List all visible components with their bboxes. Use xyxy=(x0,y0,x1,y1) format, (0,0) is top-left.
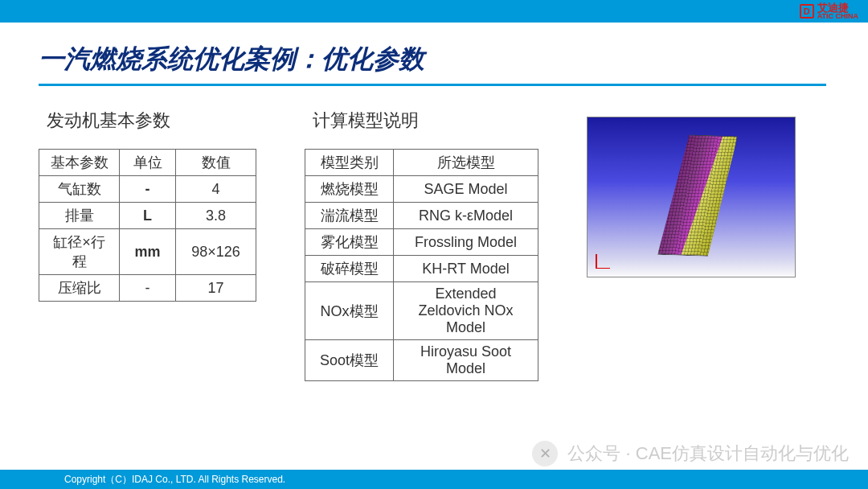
brand-mark-icon: D xyxy=(800,4,814,18)
table-cell: 雾化模型 xyxy=(305,229,394,256)
table-header-row: 基本参数 单位 数值 xyxy=(39,150,256,176)
table-cell: Extended Zeldovich NOx Model xyxy=(394,282,538,340)
table-row: 缸径×行程 mm 98×126 xyxy=(39,229,256,275)
table-cell: RNG k-εModel xyxy=(394,203,538,229)
model-heading: 计算模型说明 xyxy=(305,109,538,133)
page-title: 一汽燃烧系统优化案例：优化参数 xyxy=(0,23,868,84)
axis-gizmo-icon xyxy=(596,253,612,269)
table-cell: 4 xyxy=(176,176,256,203)
table-cell: 破碎模型 xyxy=(305,256,394,282)
table-cell: 17 xyxy=(176,275,256,302)
engine-params-section: 发动机基本参数 基本参数 单位 数值 气缸数 - 4 排量 L 3.8 缸径×行… xyxy=(39,109,256,381)
table-header-cell: 数值 xyxy=(176,150,256,176)
table-cell: 98×126 xyxy=(176,229,256,275)
model-section: 计算模型说明 模型类别 所选模型 燃烧模型 SAGE Model 湍流模型 RN… xyxy=(305,109,538,381)
table-cell: - xyxy=(120,176,176,203)
table-cell: 压缩比 xyxy=(39,275,120,302)
table-header-cell: 所选模型 xyxy=(394,150,538,176)
table-row: 燃烧模型 SAGE Model xyxy=(305,176,538,203)
footer-bar: Copyright（C）IDAJ Co., LTD. All Rights Re… xyxy=(0,470,868,489)
table-row: 湍流模型 RNG k-εModel xyxy=(305,203,538,229)
table-row: Soot模型 Hiroyasu Soot Model xyxy=(305,340,538,381)
model-table: 模型类别 所选模型 燃烧模型 SAGE Model 湍流模型 RNG k-εMo… xyxy=(305,149,538,381)
content-area: 发动机基本参数 基本参数 单位 数值 气缸数 - 4 排量 L 3.8 缸径×行… xyxy=(0,86,868,381)
table-cell: Hiroyasu Soot Model xyxy=(394,340,538,381)
engine-params-heading: 发动机基本参数 xyxy=(39,109,256,133)
table-row: 破碎模型 KH-RT Model xyxy=(305,256,538,282)
table-header-cell: 模型类别 xyxy=(305,150,394,176)
wechat-icon: ✕ xyxy=(532,441,558,466)
table-row: 压缩比 - 17 xyxy=(39,275,256,302)
table-header-cell: 单位 xyxy=(120,150,176,176)
table-cell: 燃烧模型 xyxy=(305,176,394,203)
top-bar: D 艾迪捷 ATIC CHINA xyxy=(0,0,868,23)
mesh-geometry xyxy=(657,134,738,257)
table-cell: Frossling Model xyxy=(394,229,538,256)
table-row: NOx模型 Extended Zeldovich NOx Model xyxy=(305,282,538,340)
table-cell: - xyxy=(120,275,176,302)
table-header-row: 模型类别 所选模型 xyxy=(305,150,538,176)
table-cell: Soot模型 xyxy=(305,340,394,381)
brand-logo: D 艾迪捷 ATIC CHINA xyxy=(800,2,858,20)
table-cell: L xyxy=(120,203,176,229)
table-cell: 湍流模型 xyxy=(305,203,394,229)
engine-params-table: 基本参数 单位 数值 气缸数 - 4 排量 L 3.8 缸径×行程 mm 98×… xyxy=(39,149,256,302)
table-cell: NOx模型 xyxy=(305,282,394,340)
table-row: 排量 L 3.8 xyxy=(39,203,256,229)
table-header-cell: 基本参数 xyxy=(39,150,120,176)
table-cell: 气缸数 xyxy=(39,176,120,203)
visualization-section xyxy=(587,109,796,381)
watermark: ✕ 公众号 · CAE仿真设计自动化与优化 xyxy=(532,441,849,466)
table-cell: SAGE Model xyxy=(394,176,538,203)
table-cell: KH-RT Model xyxy=(394,256,538,282)
table-cell: mm xyxy=(120,229,176,275)
table-cell: 缸径×行程 xyxy=(39,229,120,275)
brand-name-en: ATIC CHINA xyxy=(817,13,858,20)
table-row: 气缸数 - 4 xyxy=(39,176,256,203)
table-cell: 3.8 xyxy=(176,203,256,229)
mesh-render xyxy=(587,117,796,277)
table-row: 雾化模型 Frossling Model xyxy=(305,229,538,256)
table-cell: 排量 xyxy=(39,203,120,229)
copyright-text: Copyright（C）IDAJ Co., LTD. All Rights Re… xyxy=(64,473,285,487)
watermark-text: 公众号 · CAE仿真设计自动化与优化 xyxy=(567,442,849,466)
